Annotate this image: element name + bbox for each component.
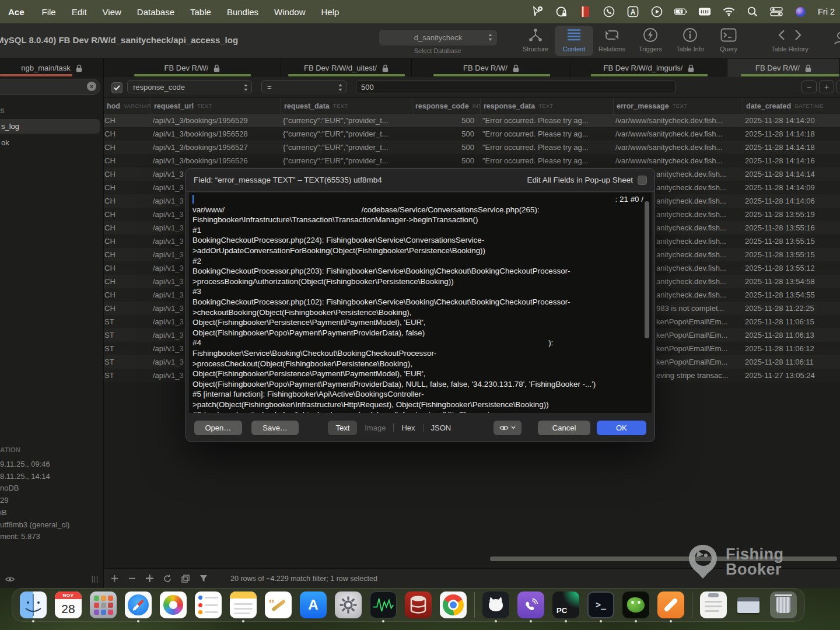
add-row-icon[interactable]: [111, 575, 118, 582]
dock-github-icon[interactable]: [482, 592, 509, 618]
menu-bundles[interactable]: Bundles: [227, 7, 258, 17]
table-row[interactable]: CH/api/v1_3/bookings/1956529{"currency":…: [104, 114, 840, 127]
eye-icon[interactable]: [5, 576, 15, 583]
dock-settings-icon[interactable]: [335, 592, 362, 618]
pointer-dismiss-icon[interactable]: [531, 5, 544, 18]
cancel-button[interactable]: Cancel: [538, 421, 590, 435]
dock-green-app-icon[interactable]: [622, 592, 649, 618]
dock-finder-icon[interactable]: [20, 592, 47, 618]
field-editor-textarea[interactable]: : 21 #0 /var/www/ /codebase/Service/Conv…: [189, 192, 652, 413]
dock-sequel-ace-icon[interactable]: [657, 592, 684, 618]
dock-activity-monitor-icon[interactable]: [370, 592, 397, 618]
duplicate-row-icon[interactable]: [146, 575, 153, 582]
filter-column-select[interactable]: response_code: [127, 80, 252, 93]
play-circle-icon[interactable]: [650, 5, 663, 18]
column-header-response-code[interactable]: response_codeINT: [412, 98, 480, 114]
toolbar-content[interactable]: Content: [555, 26, 593, 56]
window-tab-2[interactable]: FB Dev R/W/: [104, 59, 281, 77]
dock-terminal-icon[interactable]: >_: [587, 592, 614, 618]
menu-window[interactable]: Window: [274, 7, 305, 17]
toolbar-relations[interactable]: Relations: [593, 26, 631, 56]
filter-value-input[interactable]: [356, 80, 676, 93]
popup-scrollbar-thumb[interactable]: [645, 201, 649, 338]
input-source-a-icon[interactable]: A: [626, 5, 639, 18]
keyboard-module-icon[interactable]: [698, 5, 711, 18]
window-tab-1[interactable]: ngb_main/task: [0, 59, 104, 77]
sidebar-table-item[interactable]: s_log: [0, 119, 100, 134]
app-menu[interactable]: Ace: [8, 7, 24, 17]
battery-charging-icon[interactable]: [674, 5, 687, 18]
select-database-dropdown[interactable]: d_sanitycheck: [379, 30, 497, 46]
edit-row-icon[interactable]: [181, 575, 190, 583]
save-button[interactable]: Save…: [251, 421, 299, 435]
dock-screenshot-icon[interactable]: [735, 592, 762, 618]
siri-icon[interactable]: [794, 5, 807, 18]
spotlight-search-icon[interactable]: [746, 5, 759, 18]
dock-launchpad-icon[interactable]: [90, 592, 117, 618]
table-row[interactable]: CH/api/v1_3/bookings/1956528{"currency":…: [104, 127, 840, 141]
dock-trash-icon[interactable]: [770, 592, 797, 618]
refresh-icon[interactable]: [163, 575, 172, 583]
menu-view[interactable]: View: [103, 7, 121, 17]
dock-clipboard-icon[interactable]: [700, 592, 727, 618]
toolbar-query[interactable]: Query: [709, 26, 748, 56]
toolbar-triggers[interactable]: Triggers: [631, 26, 670, 56]
dock-photos-icon[interactable]: [160, 592, 187, 618]
segment-hex[interactable]: Hex: [394, 421, 422, 435]
ok-button[interactable]: OK: [597, 421, 646, 435]
menu-database[interactable]: Database: [137, 7, 174, 17]
filter-operator-select[interactable]: =: [261, 80, 346, 93]
privacy-lock-icon[interactable]: [555, 5, 568, 18]
dock-reminders-icon[interactable]: [195, 592, 222, 618]
column-header-hod[interactable]: hodVARCHAR: [104, 98, 150, 114]
window-tab-4[interactable]: FB Dev R/W/: [412, 59, 571, 77]
filter-extra-button[interactable]: [: [836, 80, 840, 93]
edit-all-fields-checkbox[interactable]: [638, 176, 647, 185]
toolbar-structure[interactable]: Structure: [516, 26, 555, 56]
add-filter-button[interactable]: +: [819, 80, 834, 93]
dock-viber-icon[interactable]: [517, 592, 544, 618]
horizontal-scrollbar[interactable]: [490, 556, 837, 561]
segment-text[interactable]: Text: [328, 421, 357, 435]
segment-image[interactable]: Image: [357, 421, 393, 435]
segment-json[interactable]: JSON: [424, 421, 459, 435]
preview-dropdown[interactable]: [494, 421, 522, 435]
dock-safari-icon[interactable]: [125, 592, 152, 618]
viber-phone-icon[interactable]: [603, 5, 615, 18]
column-header-request-data[interactable]: request_dataTEXT: [281, 98, 412, 114]
open-button[interactable]: Open…: [194, 421, 242, 435]
column-header-date-created[interactable]: date_createdDATETIME: [743, 98, 840, 114]
column-header-error-message[interactable]: error_messageTEXT: [613, 98, 743, 114]
dock-pages-icon[interactable]: ,,: [265, 592, 292, 618]
filter-enabled-checkbox[interactable]: [111, 82, 123, 93]
filter-funnel-icon[interactable]: [200, 575, 208, 582]
window-tab-6[interactable]: FB Dev R/W/: [727, 59, 840, 77]
window-tab-3[interactable]: FB Dev R/W/d_uitest/: [281, 59, 412, 77]
table-row[interactable]: CH/api/v1_3/bookings/1956527{"currency":…: [104, 141, 840, 154]
remove-filter-button[interactable]: −: [802, 80, 817, 93]
dock-notes-icon[interactable]: [230, 592, 257, 618]
menu-help[interactable]: Help: [321, 7, 339, 17]
dash-book-icon[interactable]: [579, 5, 592, 18]
sidebar-table-item[interactable]: ok: [0, 135, 100, 150]
wifi-icon[interactable]: [722, 5, 735, 18]
clear-search-icon[interactable]: ×: [87, 82, 96, 91]
dock-chrome-icon[interactable]: [440, 592, 467, 618]
menu-clock[interactable]: Fri 2: [818, 7, 840, 16]
toolbar-table-info[interactable]: Table Info: [670, 26, 710, 56]
dock-pycharm-icon[interactable]: PC: [552, 592, 579, 618]
window-tab-5[interactable]: FB Dev R/W/d_imgurls/: [571, 59, 727, 77]
table-search-input[interactable]: ×: [0, 79, 100, 95]
menu-file[interactable]: File: [42, 7, 56, 17]
table-row[interactable]: CH/api/v1_3/bookings/1956526{"currency":…: [104, 154, 840, 167]
sidebar-resize-grip[interactable]: |||: [92, 575, 99, 583]
dock-app-store-icon[interactable]: A: [300, 592, 327, 618]
dock-mysql-db-icon[interactable]: [405, 592, 432, 618]
control-center-icon[interactable]: [770, 5, 783, 18]
delete-row-icon[interactable]: [128, 575, 136, 582]
column-header-request-url[interactable]: request_urlTEXT: [150, 98, 281, 114]
menu-edit[interactable]: Edit: [72, 7, 87, 17]
users-icon[interactable]: [833, 30, 840, 46]
dock-calendar-icon[interactable]: NOV28: [55, 592, 82, 618]
menu-table[interactable]: Table: [190, 7, 211, 17]
